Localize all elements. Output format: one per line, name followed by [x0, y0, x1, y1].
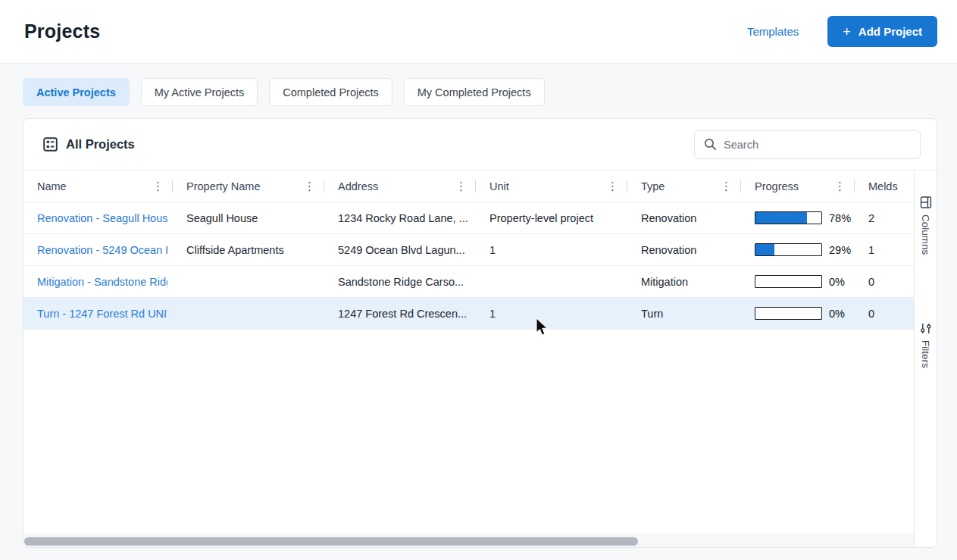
search-input[interactable]	[724, 139, 911, 151]
plus-icon: +	[843, 25, 851, 39]
column-header-unit: Unit ⋮	[476, 171, 627, 202]
unit-cell: 1	[476, 234, 627, 265]
columns-panel-button[interactable]: Columns	[920, 196, 932, 255]
melds-cell: 0	[855, 298, 914, 329]
column-menu-icon[interactable]: ⋮	[451, 180, 471, 192]
project-link[interactable]: Renovation - 5249 Ocean Blvd	[37, 244, 167, 256]
column-header-melds: Melds	[855, 171, 914, 202]
unit-cell	[476, 266, 627, 297]
progress-cell: 29%	[741, 234, 855, 265]
progress-cell: 0%	[741, 266, 855, 297]
table-header-row: Name ⋮ Property Name ⋮ Address ⋮ Unit ⋮	[23, 171, 914, 202]
table-empty-area	[23, 330, 914, 534]
melds-cell: 2	[855, 202, 914, 233]
page-title: Projects	[24, 20, 100, 42]
add-project-button[interactable]: + Add Project	[827, 16, 937, 47]
progress-bar	[755, 211, 822, 224]
type-cell: Turn	[627, 298, 741, 329]
property-name-cell	[173, 298, 324, 329]
search-icon	[704, 138, 717, 151]
column-header-type: Type ⋮	[627, 171, 741, 202]
project-link[interactable]: Renovation - Seagull House...	[37, 212, 167, 224]
column-menu-icon[interactable]: ⋮	[830, 180, 850, 192]
tab-completed-projects[interactable]: Completed Projects	[269, 78, 392, 106]
address-cell: 1234 Rocky Road Lane, ...	[324, 202, 476, 233]
column-header-progress: Progress ⋮	[741, 171, 855, 202]
project-link[interactable]: Mitigation - Sandstone Ridge	[37, 276, 167, 288]
progress-cell: 0%	[741, 298, 855, 329]
table-row[interactable]: Renovation - Seagull House... Seagull Ho…	[23, 202, 914, 234]
tab-my-completed-projects[interactable]: My Completed Projects	[404, 78, 545, 106]
property-name-cell	[173, 266, 324, 297]
type-cell: Mitigation	[627, 266, 741, 297]
progress-cell: 78%	[741, 202, 855, 233]
card-title-wrap: All Projects	[43, 137, 135, 152]
table-row[interactable]: Renovation - 5249 Ocean Blvd Cliffside A…	[23, 234, 914, 266]
app-header: Projects Templates + Add Project	[0, 0, 957, 64]
type-cell: Renovation	[627, 202, 741, 233]
filters-panel-button[interactable]: Filters	[920, 323, 931, 368]
column-menu-icon[interactable]: ⋮	[299, 180, 320, 192]
progress-label: 29%	[829, 244, 851, 256]
progress-label: 0%	[829, 308, 845, 320]
melds-cell: 0	[855, 266, 914, 297]
columns-label: Columns	[920, 214, 931, 255]
filter-tabs: Active Projects My Active Projects Compl…	[23, 78, 957, 106]
progress-bar	[755, 275, 822, 288]
unit-cell: 1	[476, 298, 627, 329]
address-cell: 1247 Forest Rd Crescen...	[324, 298, 476, 329]
progress-label: 78%	[829, 212, 851, 224]
property-name-cell: Cliffside Apartments	[173, 234, 324, 265]
horizontal-scrollbar[interactable]	[23, 534, 914, 547]
tab-my-active-projects[interactable]: My Active Projects	[141, 78, 258, 106]
search-box[interactable]	[694, 130, 921, 159]
tab-active-projects[interactable]: Active Projects	[23, 78, 130, 106]
project-link[interactable]: Turn - 1247 Forest Rd UNIT 1	[37, 308, 167, 320]
melds-cell: 1	[855, 234, 914, 265]
property-name-cell: Seagull House	[173, 202, 324, 233]
templates-link[interactable]: Templates	[747, 25, 799, 38]
column-menu-icon[interactable]: ⋮	[602, 180, 623, 192]
column-menu-icon[interactable]: ⋮	[148, 180, 168, 192]
table-row[interactable]: Turn - 1247 Forest Rd UNIT 1 1247 Forest…	[23, 298, 914, 330]
card-title: All Projects	[66, 137, 135, 152]
unit-cell: Property-level project	[476, 202, 627, 233]
progress-bar	[755, 243, 822, 256]
all-projects-table-icon	[43, 137, 58, 152]
add-project-label: Add Project	[858, 25, 922, 38]
column-menu-icon[interactable]: ⋮	[716, 180, 737, 192]
type-cell: Renovation	[627, 234, 741, 265]
header-actions: Templates + Add Project	[747, 16, 937, 47]
columns-icon	[920, 196, 932, 208]
projects-table: Name ⋮ Property Name ⋮ Address ⋮ Unit ⋮	[23, 171, 914, 547]
card-body: Name ⋮ Property Name ⋮ Address ⋮ Unit ⋮	[23, 171, 937, 547]
address-cell: 5249 Ocean Blvd Lagun...	[324, 234, 476, 265]
filters-icon	[920, 323, 931, 334]
side-rail: Columns Filters	[914, 171, 937, 547]
scrollbar-thumb[interactable]	[24, 537, 638, 546]
progress-label: 0%	[829, 276, 845, 288]
address-cell: Sandstone Ridge Carso...	[324, 266, 476, 297]
all-projects-card: All Projects Name ⋮ Property Name ⋮	[23, 118, 937, 548]
progress-bar	[755, 307, 822, 320]
filters-label: Filters	[920, 340, 931, 368]
table-row[interactable]: Mitigation - Sandstone Ridge Sandstone R…	[23, 266, 914, 298]
column-header-name: Name ⋮	[23, 171, 173, 202]
card-header: All Projects	[23, 119, 937, 171]
column-header-property-name: Property Name ⋮	[173, 171, 324, 202]
column-header-address: Address ⋮	[324, 171, 476, 202]
